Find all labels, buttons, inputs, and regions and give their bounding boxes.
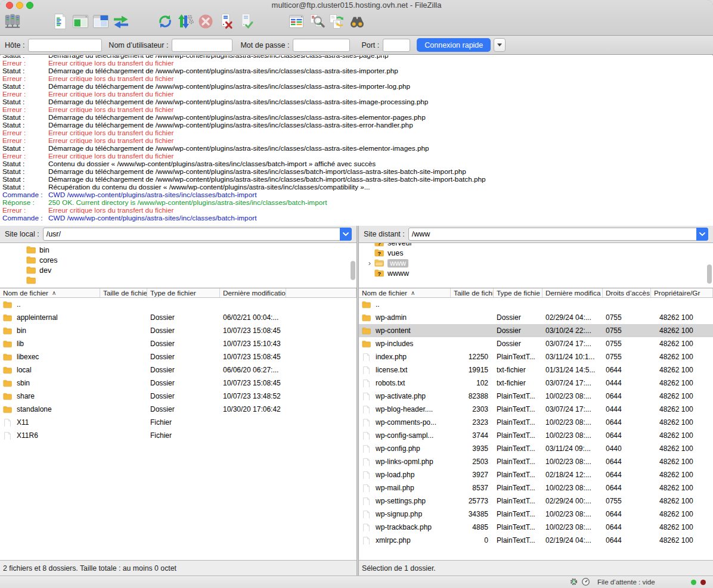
synchronized-browsing-button[interactable]: [327, 13, 347, 33]
local-tree-toggle-button[interactable]: [70, 13, 91, 33]
file-modified-cell: 10/02/23 08:...: [542, 508, 603, 521]
file-owner-cell: 48262 100: [651, 455, 713, 468]
column-header-2[interactable]: Taille de fichi: [451, 288, 494, 297]
file-row[interactable]: ..: [0, 298, 356, 311]
column-header-4[interactable]: Dernière modifica: [542, 288, 603, 297]
file-row[interactable]: X11R6Fichier: [0, 429, 356, 442]
file-row[interactable]: wp-adminDossier02/29/24 04:...075548262 …: [359, 311, 713, 324]
username-input[interactable]: [172, 39, 232, 52]
column-header-3[interactable]: Type de fichier: [147, 288, 220, 297]
column-header-label: Taille de fichie: [103, 288, 147, 297]
file-size-cell: 3744: [451, 429, 494, 442]
expander-icon[interactable]: ›: [365, 258, 374, 268]
directory-comparison-button[interactable]: [306, 13, 327, 33]
column-header-3[interactable]: Type de fichie: [494, 288, 542, 297]
find-files-button[interactable]: [347, 13, 367, 33]
file-row[interactable]: standaloneDossier10/30/20 17:06:42: [0, 403, 356, 416]
column-header-1[interactable]: Nom de fichier∧: [359, 288, 451, 297]
file-row[interactable]: wp-contentDossier03/10/24 22:...07554826…: [359, 324, 713, 337]
file-row[interactable]: wp-blog-header....2303PlainTextT...03/07…: [359, 403, 713, 416]
local-path-combo[interactable]: /usr/: [43, 228, 352, 241]
file-row[interactable]: wp-settings.php25773PlainTextT...02/29/2…: [359, 494, 713, 508]
folder-icon: [362, 300, 371, 309]
file-name-cell: wp-settings.php: [359, 494, 451, 508]
speed-limits-icon[interactable]: [581, 577, 590, 587]
remote-file-list[interactable]: ..wp-adminDossier02/29/24 04:...07554826…: [359, 298, 713, 561]
file-row[interactable]: X11Fichier: [0, 416, 356, 429]
file-row[interactable]: libexecDossier10/07/23 15:08:45: [0, 350, 356, 363]
host-input[interactable]: [28, 39, 102, 52]
column-header-4[interactable]: Dernière modification: [220, 288, 286, 297]
file-size-cell: 34385: [451, 508, 494, 521]
file-row[interactable]: license.txt19915txt-fichier01/31/24 14:5…: [359, 363, 713, 377]
remote-tree-scrollbar[interactable]: [707, 265, 712, 284]
file-row[interactable]: xmlrpc.php0PlainTextT...02/19/24 04:...0…: [359, 534, 713, 547]
folder-icon: [3, 391, 13, 401]
column-header-1[interactable]: Nom de fichier∧: [0, 288, 100, 297]
port-input[interactable]: [383, 39, 410, 52]
local-tree-scrollbar[interactable]: [351, 261, 355, 280]
reconnect-button[interactable]: [236, 13, 256, 33]
file-row[interactable]: wp-trackback.php4885PlainTextT...10/02/2…: [359, 521, 713, 534]
tree-item-serveur[interactable]: ?serveur: [359, 243, 713, 248]
quickconnect-dropdown-button[interactable]: [494, 38, 506, 52]
file-row[interactable]: wp-config.php3935PlainTextT...03/11/24 0…: [359, 442, 713, 455]
file-row[interactable]: wp-mail.php8537PlainTextT...10/02/23 08:…: [359, 481, 713, 494]
title-bar[interactable]: multicor@ftp.cluster015.hosting.ovh.net …: [0, 0, 713, 10]
local-directory-tree[interactable]: bincoresdev: [0, 243, 356, 288]
disconnect-button[interactable]: [216, 13, 236, 33]
file-row[interactable]: libDossier10/07/23 15:10:43: [0, 337, 356, 350]
refresh-button[interactable]: [155, 13, 175, 33]
local-file-list[interactable]: ..appleinternalDossier06/02/21 00:04:...…: [0, 298, 356, 561]
file-name: wp-config.php: [376, 442, 420, 455]
file-modified-cell: 10/07/23 13:48:52: [220, 390, 286, 403]
auto-transfer-mode-icon[interactable]: A: [569, 577, 578, 587]
file-row[interactable]: wp-config-sampl...3744PlainTextT...10/02…: [359, 429, 713, 442]
file-row[interactable]: binDossier10/07/23 15:08:45: [0, 324, 356, 337]
tree-item-bin[interactable]: bin: [0, 245, 356, 255]
tree-item-clipped[interactable]: [0, 275, 356, 285]
file-row[interactable]: localDossier06/06/20 06:27:...: [0, 363, 356, 377]
file-row[interactable]: sbinDossier10/07/23 15:08:45: [0, 377, 356, 390]
file-rights-cell: 0755: [603, 311, 651, 324]
directory-listing-filters-button[interactable]: [286, 13, 306, 33]
file-row[interactable]: wp-load.php3927PlainTextT...02/18/24 12:…: [359, 468, 713, 481]
cancel-button[interactable]: [196, 13, 216, 33]
tree-item-www[interactable]: ›www: [359, 258, 713, 268]
tree-item-wwww[interactable]: ?wwww: [359, 268, 713, 278]
quickconnect-button[interactable]: Connexion rapide: [417, 38, 491, 52]
process-queue-button[interactable]: [175, 13, 196, 33]
password-input[interactable]: [293, 39, 350, 52]
file-row[interactable]: index.php12250PlainTextT...03/11/24 10:1…: [359, 350, 713, 363]
local-path-dropdown[interactable]: [340, 228, 352, 241]
file-row[interactable]: wp-links-opml.php2503PlainTextT...10/02/…: [359, 455, 713, 468]
file-row[interactable]: appleinternalDossier06/02/21 00:04:...: [0, 311, 356, 324]
file-row[interactable]: wp-activate.php82388PlainTextT...10/02/2…: [359, 390, 713, 403]
file-row[interactable]: ..: [359, 298, 713, 311]
remote-directory-tree[interactable]: ?serveur?vues›www?wwww: [359, 243, 713, 288]
message-log-toggle-button[interactable]: [50, 13, 70, 33]
file-row[interactable]: shareDossier10/07/23 13:48:52: [0, 390, 356, 403]
tree-item-dev[interactable]: dev: [0, 265, 356, 275]
tree-item-cores[interactable]: cores: [0, 255, 356, 265]
remote-tree-toggle-button[interactable]: [91, 13, 111, 33]
column-header-6[interactable]: Propriétaire/Gr: [651, 288, 713, 297]
site-manager-button[interactable]: [2, 13, 23, 33]
file-row[interactable]: wp-signup.php34385PlainTextT...10/02/23 …: [359, 508, 713, 521]
file-row[interactable]: wp-comments-po...2323PlainTextT...10/02/…: [359, 416, 713, 429]
transfer-queue-toggle-button[interactable]: [111, 13, 131, 33]
column-header-5[interactable]: Droits d’accès: [603, 288, 651, 297]
file-modified-cell: 03/07/24 17:...: [542, 377, 603, 390]
folder-icon: [26, 276, 36, 284]
file-modified-cell: 10/02/23 08:...: [542, 521, 603, 534]
remote-path-value: /www: [409, 230, 697, 238]
username-label: Nom d’utilisateur :: [108, 41, 168, 49]
file-size-cell: [100, 324, 147, 337]
file-row[interactable]: robots.txt102txt-fichier03/07/24 17:...0…: [359, 377, 713, 390]
column-header-2[interactable]: Taille de fichie: [100, 288, 147, 297]
local-status-bar: 2 fichiers et 8 dossiers. Taille totale …: [0, 560, 356, 575]
remote-path-dropdown[interactable]: [696, 228, 708, 241]
file-row[interactable]: wp-includesDossier03/07/24 17:...0755482…: [359, 337, 713, 350]
remote-path-combo[interactable]: /www: [408, 228, 708, 241]
tree-item-vues[interactable]: ?vues: [359, 248, 713, 258]
